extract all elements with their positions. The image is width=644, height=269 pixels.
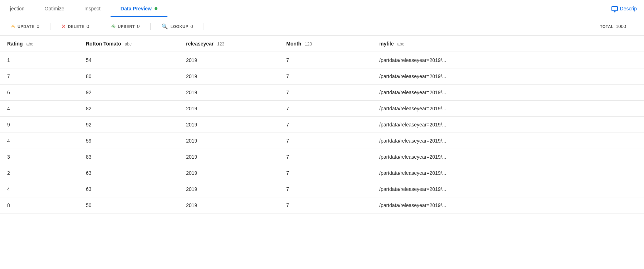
col-header-releaseyear: releaseyear 123 [179,36,279,52]
col-header-myfile-type: abc [397,42,404,47]
cell-month: 7 [279,117,372,133]
table-row: 69220197/partdata/releaseyear=2019/... [0,85,644,101]
update-icon: ✳ [11,23,15,30]
table-row: 38320197/partdata/releaseyear=2019/... [0,149,644,165]
toolbar-upsert: ✳ UPSERT 0 [100,23,151,30]
cell-rotton_tomato: 59 [79,133,179,149]
cell-myfile: /partdata/releaseyear=2019/... [372,117,644,133]
cell-releaseyear: 2019 [179,197,279,213]
cell-rotton_tomato: 63 [79,181,179,197]
col-header-releaseyear-type: 123 [217,42,224,47]
table-row: 99220197/partdata/releaseyear=2019/... [0,117,644,133]
toolbar-lookup: 🔍 LOOKUP 0 [151,23,204,30]
cell-releaseyear: 2019 [179,52,279,68]
cell-releaseyear: 2019 [179,181,279,197]
toolbar: ✳ UPDATE 0 ✕ DELETE 0 ✳ UPSERT 0 🔍 LOOKU… [0,17,644,36]
cell-rotton_tomato: 50 [79,197,179,213]
upsert-label: UPSERT [118,24,135,29]
table-row: 85020197/partdata/releaseyear=2019/... [0,197,644,213]
lookup-label: LOOKUP [170,24,188,29]
cell-rotton_tomato: 92 [79,117,179,133]
data-preview-status-dot [155,7,157,10]
cell-rating: 7 [0,68,79,85]
table-row: 15420197/partdata/releaseyear=2019/... [0,52,644,68]
cell-releaseyear: 2019 [179,117,279,133]
tab-data-preview-label: Data Preview [121,6,152,11]
total-count: 1000 [616,24,626,29]
delete-count: 0 [87,24,89,29]
cell-rating: 4 [0,101,79,117]
tab-ejection-label: jection [10,6,24,11]
cell-releaseyear: 2019 [179,133,279,149]
tab-optimize-label: Optimize [44,6,64,11]
cell-releaseyear: 2019 [179,149,279,165]
cell-rotton_tomato: 63 [79,165,179,181]
cell-myfile: /partdata/releaseyear=2019/... [372,197,644,213]
cell-rotton_tomato: 83 [79,149,179,165]
toolbar-update: ✳ UPDATE 0 [7,23,50,30]
cell-month: 7 [279,197,372,213]
tab-data-preview[interactable]: Data Preview [111,0,167,17]
col-header-rating-type: abc [26,42,33,47]
cell-rating: 4 [0,181,79,197]
col-header-myfile-label: myfile [379,41,394,47]
toolbar-total: TOTAL 1000 [589,24,637,29]
tab-inspect[interactable]: Inspect [74,0,111,17]
col-header-month-type: 123 [305,42,312,47]
cell-releaseyear: 2019 [179,101,279,117]
cell-month: 7 [279,101,372,117]
lookup-icon: 🔍 [161,23,168,30]
cell-rating: 8 [0,197,79,213]
cell-rating: 6 [0,85,79,101]
col-header-rotton-tomato: Rotton Tomato abc [79,36,179,52]
table-row: 45920197/partdata/releaseyear=2019/... [0,133,644,149]
tab-ejection[interactable]: jection [0,0,34,17]
col-header-rating: Rating abc [0,36,79,52]
toolbar-delete: ✕ DELETE 0 [50,23,101,30]
top-nav: jection Optimize Inspect Data Preview De… [0,0,644,17]
cell-rating: 2 [0,165,79,181]
description-button[interactable]: Descrip [611,0,644,17]
cell-myfile: /partdata/releaseyear=2019/... [372,68,644,85]
update-count: 0 [36,24,39,29]
table-header-row: Rating abc Rotton Tomato abc releaseyear… [0,36,644,52]
total-label: TOTAL [600,24,614,29]
upsert-count: 0 [137,24,140,29]
cell-rating: 4 [0,133,79,149]
chat-icon [611,6,618,11]
col-header-rotton-tomato-type: abc [125,42,131,47]
cell-myfile: /partdata/releaseyear=2019/... [372,133,644,149]
update-label: UPDATE [18,24,34,29]
col-header-myfile: myfile abc [372,36,644,52]
cell-myfile: /partdata/releaseyear=2019/... [372,181,644,197]
cell-month: 7 [279,68,372,85]
lookup-count: 0 [190,24,193,29]
col-header-rotton-tomato-label: Rotton Tomato [86,41,121,47]
data-table-container: Rating abc Rotton Tomato abc releaseyear… [0,36,644,213]
cell-month: 7 [279,165,372,181]
table-row: 26320197/partdata/releaseyear=2019/... [0,165,644,181]
col-header-rating-label: Rating [7,41,23,47]
cell-rotton_tomato: 54 [79,52,179,68]
cell-rotton_tomato: 80 [79,68,179,85]
cell-myfile: /partdata/releaseyear=2019/... [372,52,644,68]
cell-month: 7 [279,133,372,149]
cell-rating: 3 [0,149,79,165]
cell-month: 7 [279,52,372,68]
col-header-month: Month 123 [279,36,372,52]
delete-icon: ✕ [61,23,66,30]
cell-rotton_tomato: 82 [79,101,179,117]
cell-releaseyear: 2019 [179,165,279,181]
upsert-icon: ✳ [111,23,116,30]
cell-month: 7 [279,181,372,197]
cell-rotton_tomato: 92 [79,85,179,101]
delete-label: DELETE [68,24,84,29]
data-table: Rating abc Rotton Tomato abc releaseyear… [0,36,644,213]
cell-releaseyear: 2019 [179,85,279,101]
table-row: 78020197/partdata/releaseyear=2019/... [0,68,644,85]
col-header-month-label: Month [286,41,301,47]
tab-optimize[interactable]: Optimize [34,0,74,17]
col-header-releaseyear-label: releaseyear [186,41,214,47]
cell-myfile: /partdata/releaseyear=2019/... [372,85,644,101]
cell-month: 7 [279,85,372,101]
